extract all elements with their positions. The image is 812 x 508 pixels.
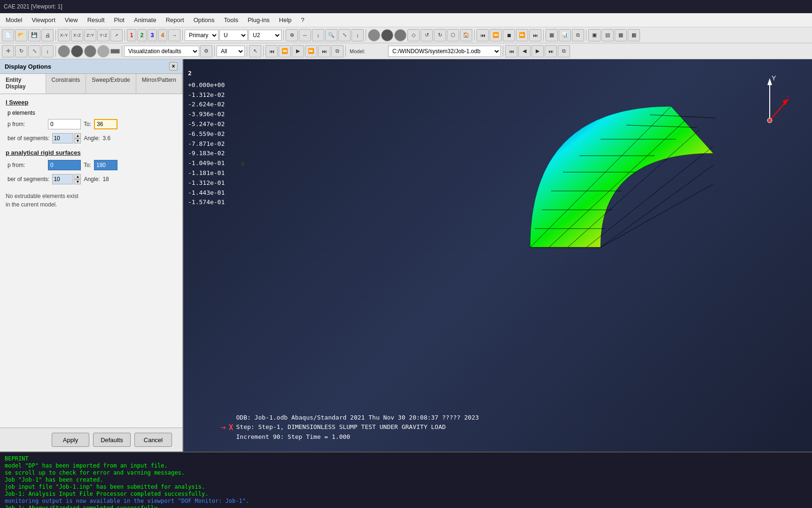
analytical-segments-down[interactable]: ▼ [74,179,81,184]
tab-sweep-extrude[interactable]: Sweep/Extrude [86,74,136,94]
tb2-m2[interactable]: ⏪ [279,45,291,57]
tb2-c3[interactable] [84,45,96,57]
tb-num3[interactable]: 3 [148,29,157,41]
tb2-vp1[interactable]: ⏮ [505,45,517,57]
tb2-vp4[interactable]: ⏭ [545,45,557,57]
tb-open[interactable]: 📂 [15,29,27,41]
tb-xyz3[interactable]: Z↑Y [84,29,96,41]
model-select[interactable]: C:/WINDOWS/system32/Job-1.odb [388,46,501,57]
tb2-m1[interactable]: ⏮ [265,45,278,57]
tb-copy[interactable]: ⧉ [572,29,584,41]
close-button[interactable]: × [169,62,178,71]
viewport-area[interactable]: 2 +0.000e+00 -1.312e-02 -2.624e-02 -3.93… [183,59,812,452]
menu-result[interactable]: Result [84,15,109,25]
apply-button[interactable]: Apply [52,433,89,447]
menu-viewport[interactable]: Viewport [28,15,59,25]
tb-cursor2[interactable]: ↔ [299,29,311,41]
tb-num1[interactable]: 1 [127,29,136,41]
tb-redo[interactable]: ↻ [434,29,446,41]
tab-entity-display[interactable]: Entity Display [0,74,46,94]
sweep-from-input[interactable] [48,119,81,129]
tb2-zoom-in[interactable]: ↕ [41,45,54,57]
sweep-segments-up[interactable]: ▲ [74,133,81,138]
analytical-segments-input[interactable] [52,174,73,184]
menu-plot[interactable]: Plot [110,15,128,25]
tb-print[interactable]: 🖨 [41,29,54,41]
all-select[interactable]: All [217,46,245,57]
primary-select[interactable]: Primary [185,30,219,41]
menu-help[interactable]: Help [275,15,296,25]
tb-xyz5[interactable]: ↗ [110,29,123,41]
tb-num2[interactable]: 2 [137,29,147,41]
sweep-to-input[interactable] [94,119,117,129]
tb-circle3[interactable] [394,29,406,41]
tb-play-stop[interactable]: ⏹ [503,29,515,41]
tb-zoom[interactable]: 🔍 [325,29,337,41]
tb-xyz4[interactable]: Y↑Z [97,29,109,41]
tb-zoom3[interactable]: ↕ [351,29,364,41]
tb2-vp2[interactable]: ◀ [518,45,531,57]
menu-tools[interactable]: Tools [220,15,242,25]
tb2-copy3[interactable]: ⧉ [558,45,570,57]
u2-select[interactable]: U2 [249,30,281,41]
tb-new[interactable]: 📄 [2,29,14,41]
tb2-cursor[interactable]: ↖ [249,45,261,57]
tb-sq3[interactable]: ▦ [615,29,627,41]
tb-circle2[interactable] [381,29,393,41]
viz-default-select[interactable]: Visualization defaults [124,46,199,57]
tb-circle1[interactable] [368,29,380,41]
tb2-settings[interactable]: ⚙ [200,45,212,57]
tb2-vp3[interactable]: ▶ [531,45,544,57]
tb-misc1[interactable]: ⬡ [447,29,459,41]
tb-cursor3[interactable]: ↕ [312,29,324,41]
tb2-refresh[interactable]: ↻ [15,45,27,57]
tb-table[interactable]: ▦ [546,29,558,41]
analytical-to-input[interactable] [94,160,117,170]
sweep-segments-btns: ▲ ▼ [74,133,81,143]
tb2-c5[interactable] [110,49,120,54]
menu-model[interactable]: Model [2,15,26,25]
tb-cursor1[interactable]: ⊕ [286,29,298,41]
tb2-c1[interactable] [58,45,70,57]
menu-options[interactable]: Options [190,15,219,25]
menu-question[interactable]: ? [297,15,308,25]
tb-sq2[interactable]: ▤ [601,29,614,41]
tb2-move[interactable]: ✛ [2,45,14,57]
tb-play-end[interactable]: ⏭ [529,29,541,41]
tb-num4[interactable]: 4 [158,29,167,41]
analytical-segments-up[interactable]: ▲ [74,174,81,179]
tab-constraints[interactable]: Constraints [46,74,86,94]
u-select[interactable]: U [219,30,248,41]
menu-report[interactable]: Report [162,15,188,25]
tb-play-next[interactable]: ⏩ [516,29,528,41]
cancel-button[interactable]: Cancel [134,433,172,447]
defaults-button[interactable]: Defaults [93,433,131,447]
tab-mirror-pattern[interactable]: Mirror/Pattern [136,74,182,94]
tb-save[interactable]: 💾 [28,29,40,41]
tb2-c2[interactable] [71,45,83,57]
tb2-m3[interactable]: ▶ [292,45,304,57]
menu-animate[interactable]: Animate [130,15,160,25]
tb2-m4[interactable]: ⏩ [305,45,317,57]
tb-zoom2[interactable]: ⤡ [338,29,351,41]
tb2-m5[interactable]: ⏭ [318,45,330,57]
menu-view[interactable]: View [61,15,82,25]
tb-play-prev[interactable]: ⏪ [490,29,502,41]
tb2-fit[interactable]: ⤡ [28,45,40,57]
tb-sq1[interactable]: ▣ [588,29,601,41]
tb-xyz1[interactable]: X↑Y [58,29,70,41]
tb-sq4[interactable]: ▩ [628,29,640,41]
menu-plugins[interactable]: Plug-ins [244,15,273,25]
tb-undo[interactable]: ↺ [421,29,433,41]
sweep-segments-down[interactable]: ▼ [74,138,81,143]
tb-arrow[interactable]: → [168,29,180,41]
tb-misc2[interactable]: 🏠 [460,29,472,41]
tb-shape[interactable]: ◇ [407,29,420,41]
tb2-copy2[interactable]: ⧉ [331,45,344,57]
analytical-from-input[interactable] [48,160,81,170]
sweep-segments-input[interactable] [52,133,73,143]
tb2-c4[interactable] [97,45,109,57]
tb-play-start[interactable]: ⏮ [476,29,489,41]
tb-xyz2[interactable]: X↑Z [71,29,83,41]
tb-chart[interactable]: 📊 [559,29,571,41]
